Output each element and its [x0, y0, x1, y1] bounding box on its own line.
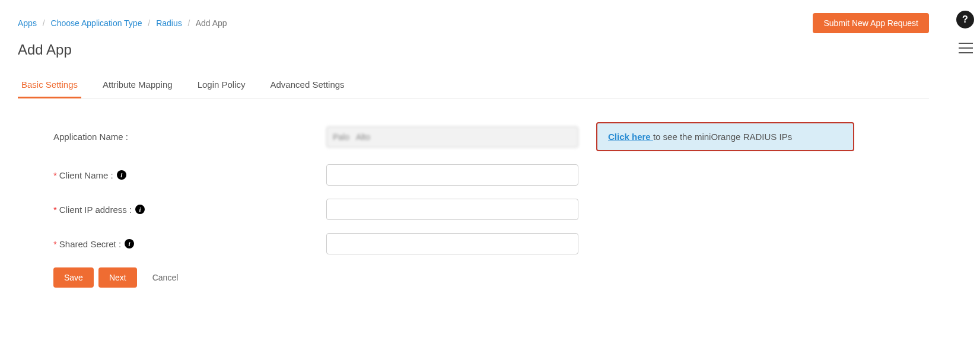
cancel-button[interactable]: Cancel — [142, 267, 189, 288]
info-icon[interactable]: i — [117, 170, 126, 180]
breadcrumb-apps[interactable]: Apps — [18, 18, 37, 28]
breadcrumb-radius[interactable]: Radius — [156, 18, 182, 28]
help-icon[interactable]: ? — [956, 11, 974, 28]
breadcrumb: Apps / Choose Application Type / Radius … — [18, 18, 227, 28]
breadcrumb-current: Add App — [196, 18, 227, 28]
breadcrumb-sep: / — [148, 18, 150, 28]
breadcrumb-sep: / — [188, 18, 190, 28]
hamburger-icon[interactable] — [959, 43, 973, 53]
info-icon[interactable]: i — [125, 239, 134, 248]
shared-secret-input[interactable] — [326, 233, 578, 254]
application-name-input — [326, 126, 578, 148]
required-marker: * — [53, 239, 57, 249]
breadcrumb-choose-type[interactable]: Choose Application Type — [51, 18, 142, 28]
radius-ips-notice: Click here to see the miniOrange RADIUS … — [596, 122, 854, 151]
required-marker: * — [53, 205, 57, 215]
required-marker: * — [53, 170, 57, 180]
next-button[interactable]: Next — [98, 267, 137, 288]
shared-secret-label: * Shared Secret : i — [53, 239, 326, 249]
save-button[interactable]: Save — [53, 267, 94, 288]
application-name-label: Application Name : — [53, 132, 326, 142]
tab-login-policy[interactable]: Login Policy — [194, 72, 249, 98]
click-here-link[interactable]: Click here — [608, 132, 653, 142]
client-name-label: * Client Name : i — [53, 170, 326, 180]
tabs: Basic Settings Attribute Mapping Login P… — [18, 72, 929, 98]
tab-advanced-settings[interactable]: Advanced Settings — [267, 72, 348, 98]
submit-new-app-button[interactable]: Submit New App Request — [813, 13, 929, 33]
client-ip-input[interactable] — [326, 199, 578, 220]
tab-attribute-mapping[interactable]: Attribute Mapping — [99, 72, 176, 98]
tab-basic-settings[interactable]: Basic Settings — [18, 72, 81, 98]
info-icon[interactable]: i — [135, 205, 145, 214]
client-ip-label: * Client IP address : i — [53, 205, 326, 215]
client-name-input[interactable] — [326, 164, 578, 186]
notice-text: to see the miniOrange RADIUS IPs — [653, 132, 792, 142]
page-title: Add App — [0, 37, 947, 72]
breadcrumb-sep: / — [43, 18, 45, 28]
